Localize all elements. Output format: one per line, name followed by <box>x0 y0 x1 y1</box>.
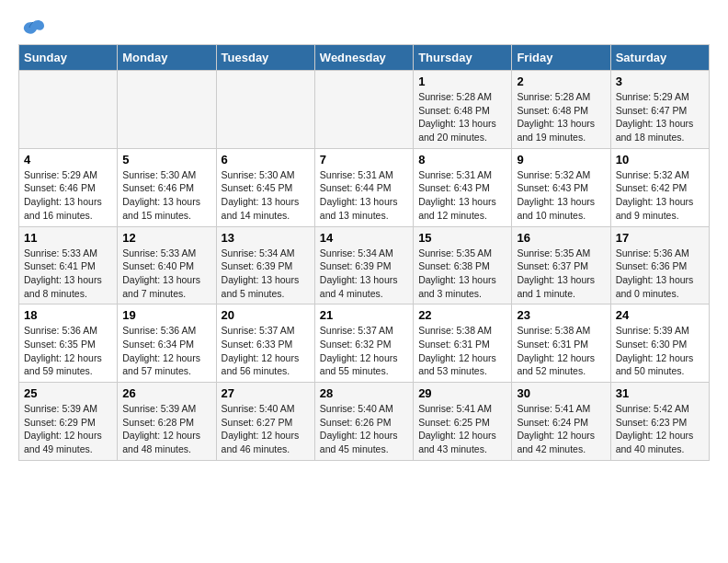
col-header-sunday: Sunday <box>19 45 118 71</box>
day-cell: 14Sunrise: 5:34 AM Sunset: 6:39 PM Dayli… <box>314 226 413 304</box>
day-detail: Sunrise: 5:33 AM Sunset: 6:41 PM Dayligh… <box>24 247 112 301</box>
day-number: 18 <box>24 308 112 322</box>
week-row-1: 1Sunrise: 5:28 AM Sunset: 6:48 PM Daylig… <box>19 71 710 149</box>
day-number: 14 <box>320 231 408 245</box>
day-cell <box>216 71 314 149</box>
day-number: 15 <box>418 231 506 245</box>
col-header-saturday: Saturday <box>610 45 709 71</box>
day-cell: 6Sunrise: 5:30 AM Sunset: 6:45 PM Daylig… <box>216 148 314 226</box>
day-number: 1 <box>418 75 506 88</box>
day-detail: Sunrise: 5:31 AM Sunset: 6:43 PM Dayligh… <box>418 168 506 223</box>
day-number: 26 <box>122 386 210 400</box>
day-detail: Sunrise: 5:28 AM Sunset: 6:48 PM Dayligh… <box>418 90 506 144</box>
day-detail: Sunrise: 5:42 AM Sunset: 6:23 PM Dayligh… <box>616 402 704 456</box>
day-detail: Sunrise: 5:38 AM Sunset: 6:31 PM Dayligh… <box>517 324 605 378</box>
day-number: 27 <box>222 386 310 400</box>
day-cell: 8Sunrise: 5:31 AM Sunset: 6:43 PM Daylig… <box>414 148 512 226</box>
day-detail: Sunrise: 5:28 AM Sunset: 6:48 PM Dayligh… <box>517 90 605 144</box>
calendar-table: SundayMondayTuesdayWednesdayThursdayFrid… <box>18 44 710 461</box>
day-number: 29 <box>418 386 506 400</box>
day-number: 5 <box>122 153 210 167</box>
day-cell: 13Sunrise: 5:34 AM Sunset: 6:39 PM Dayli… <box>216 226 314 304</box>
header-row: SundayMondayTuesdayWednesdayThursdayFrid… <box>19 45 710 71</box>
logo-bird-icon <box>20 18 46 39</box>
day-cell <box>314 71 413 149</box>
day-detail: Sunrise: 5:36 AM Sunset: 6:36 PM Dayligh… <box>616 247 704 301</box>
day-detail: Sunrise: 5:41 AM Sunset: 6:24 PM Dayligh… <box>517 402 605 456</box>
day-cell: 18Sunrise: 5:36 AM Sunset: 6:35 PM Dayli… <box>19 304 118 383</box>
day-cell: 27Sunrise: 5:40 AM Sunset: 6:27 PM Dayli… <box>216 383 314 461</box>
day-cell: 5Sunrise: 5:30 AM Sunset: 6:46 PM Daylig… <box>118 148 216 226</box>
day-cell: 15Sunrise: 5:35 AM Sunset: 6:38 PM Dayli… <box>414 226 512 304</box>
day-cell: 12Sunrise: 5:33 AM Sunset: 6:40 PM Dayli… <box>118 226 216 304</box>
day-cell: 30Sunrise: 5:41 AM Sunset: 6:24 PM Dayli… <box>512 383 610 461</box>
day-number: 30 <box>517 386 605 400</box>
day-number: 4 <box>24 153 112 167</box>
day-cell: 7Sunrise: 5:31 AM Sunset: 6:44 PM Daylig… <box>314 148 413 226</box>
day-detail: Sunrise: 5:40 AM Sunset: 6:26 PM Dayligh… <box>320 402 408 456</box>
day-detail: Sunrise: 5:34 AM Sunset: 6:39 PM Dayligh… <box>222 247 310 301</box>
day-detail: Sunrise: 5:39 AM Sunset: 6:28 PM Dayligh… <box>122 402 210 456</box>
col-header-wednesday: Wednesday <box>314 45 413 71</box>
col-header-friday: Friday <box>512 45 610 71</box>
day-number: 23 <box>517 308 605 322</box>
day-cell: 17Sunrise: 5:36 AM Sunset: 6:36 PM Dayli… <box>610 226 709 304</box>
day-detail: Sunrise: 5:34 AM Sunset: 6:39 PM Dayligh… <box>320 247 408 301</box>
week-row-4: 18Sunrise: 5:36 AM Sunset: 6:35 PM Dayli… <box>19 304 710 383</box>
day-detail: Sunrise: 5:35 AM Sunset: 6:37 PM Dayligh… <box>517 247 605 301</box>
day-number: 3 <box>616 75 704 88</box>
page-header <box>18 18 710 35</box>
day-cell: 16Sunrise: 5:35 AM Sunset: 6:37 PM Dayli… <box>512 226 610 304</box>
day-cell: 29Sunrise: 5:41 AM Sunset: 6:25 PM Dayli… <box>414 383 512 461</box>
day-detail: Sunrise: 5:32 AM Sunset: 6:43 PM Dayligh… <box>517 168 605 223</box>
day-number: 25 <box>24 386 112 400</box>
day-cell: 21Sunrise: 5:37 AM Sunset: 6:32 PM Dayli… <box>314 304 413 383</box>
day-cell <box>118 71 216 149</box>
day-cell: 25Sunrise: 5:39 AM Sunset: 6:29 PM Dayli… <box>19 383 118 461</box>
day-number: 20 <box>222 308 310 322</box>
day-detail: Sunrise: 5:33 AM Sunset: 6:40 PM Dayligh… <box>122 247 210 301</box>
week-row-5: 25Sunrise: 5:39 AM Sunset: 6:29 PM Dayli… <box>19 383 710 461</box>
day-cell: 20Sunrise: 5:37 AM Sunset: 6:33 PM Dayli… <box>216 304 314 383</box>
week-row-2: 4Sunrise: 5:29 AM Sunset: 6:46 PM Daylig… <box>19 148 710 226</box>
day-detail: Sunrise: 5:36 AM Sunset: 6:35 PM Dayligh… <box>24 324 112 378</box>
day-cell: 9Sunrise: 5:32 AM Sunset: 6:43 PM Daylig… <box>512 148 610 226</box>
day-detail: Sunrise: 5:30 AM Sunset: 6:46 PM Dayligh… <box>122 168 210 223</box>
day-number: 19 <box>122 308 210 322</box>
day-number: 9 <box>517 153 605 167</box>
day-number: 13 <box>222 231 310 245</box>
day-number: 11 <box>24 231 112 245</box>
day-cell: 11Sunrise: 5:33 AM Sunset: 6:41 PM Dayli… <box>19 226 118 304</box>
day-number: 6 <box>222 153 310 167</box>
day-number: 8 <box>418 153 506 167</box>
day-detail: Sunrise: 5:37 AM Sunset: 6:33 PM Dayligh… <box>222 324 310 378</box>
day-detail: Sunrise: 5:39 AM Sunset: 6:29 PM Dayligh… <box>24 402 112 456</box>
day-cell: 22Sunrise: 5:38 AM Sunset: 6:31 PM Dayli… <box>414 304 512 383</box>
day-number: 22 <box>418 308 506 322</box>
col-header-thursday: Thursday <box>414 45 512 71</box>
day-detail: Sunrise: 5:38 AM Sunset: 6:31 PM Dayligh… <box>418 324 506 378</box>
day-cell <box>19 71 118 149</box>
day-number: 2 <box>517 75 605 88</box>
day-cell: 4Sunrise: 5:29 AM Sunset: 6:46 PM Daylig… <box>19 148 118 226</box>
col-header-tuesday: Tuesday <box>216 45 314 71</box>
day-detail: Sunrise: 5:29 AM Sunset: 6:46 PM Dayligh… <box>24 168 112 223</box>
day-detail: Sunrise: 5:39 AM Sunset: 6:30 PM Dayligh… <box>616 324 704 378</box>
day-cell: 26Sunrise: 5:39 AM Sunset: 6:28 PM Dayli… <box>118 383 216 461</box>
day-detail: Sunrise: 5:30 AM Sunset: 6:45 PM Dayligh… <box>222 168 310 223</box>
day-number: 7 <box>320 153 408 167</box>
day-number: 17 <box>616 231 704 245</box>
day-cell: 24Sunrise: 5:39 AM Sunset: 6:30 PM Dayli… <box>610 304 709 383</box>
day-cell: 3Sunrise: 5:29 AM Sunset: 6:47 PM Daylig… <box>610 71 709 149</box>
day-number: 31 <box>616 386 704 400</box>
day-number: 16 <box>517 231 605 245</box>
week-row-3: 11Sunrise: 5:33 AM Sunset: 6:41 PM Dayli… <box>19 226 710 304</box>
logo <box>18 18 46 35</box>
day-number: 24 <box>616 308 704 322</box>
day-cell: 10Sunrise: 5:32 AM Sunset: 6:42 PM Dayli… <box>610 148 709 226</box>
day-number: 28 <box>320 386 408 400</box>
day-number: 21 <box>320 308 408 322</box>
day-detail: Sunrise: 5:31 AM Sunset: 6:44 PM Dayligh… <box>320 168 408 223</box>
col-header-monday: Monday <box>118 45 216 71</box>
day-detail: Sunrise: 5:35 AM Sunset: 6:38 PM Dayligh… <box>418 247 506 301</box>
